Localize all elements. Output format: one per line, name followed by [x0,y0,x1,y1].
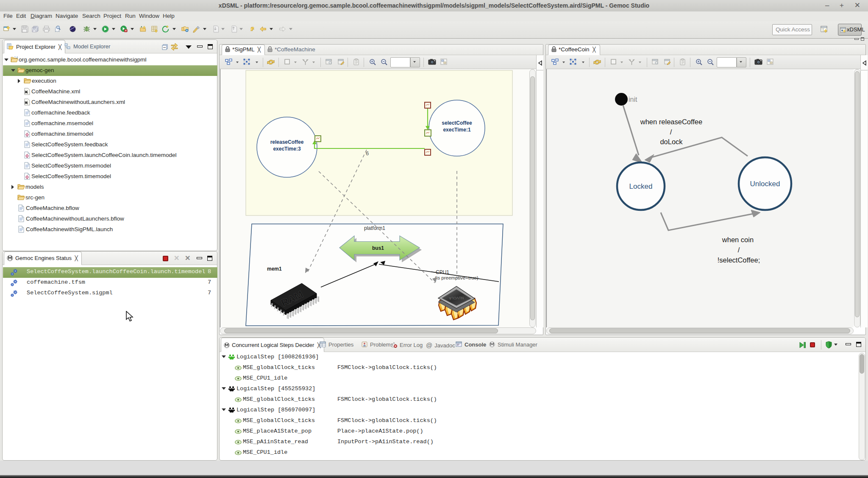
svg-text:NUVOLA: NUVOLA [449,296,464,300]
svg-text:doLock: doLock [660,138,683,145]
svg-text:mem1: mem1 [267,266,282,272]
svg-text:releaseCoffee: releaseCoffee [270,139,304,145]
svg-text:!selectCoffee;: !selectCoffee; [718,256,760,264]
svg-text:/: / [670,128,672,136]
svg-text:when releaseCoffee: when releaseCoffee [640,118,702,126]
svg-text:Locked: Locked [629,182,653,190]
svg-text:Unlocked: Unlocked [750,180,780,188]
svg-text:bus1: bus1 [372,245,384,251]
svg-text:init: init [629,96,637,103]
svg-text:selectCoffee: selectCoffee [442,120,472,126]
svg-text:/: / [738,246,740,254]
svg-text:platform1: platform1 [364,225,385,231]
svg-text:when coin: when coin [722,236,754,243]
svg-text:execTime:1: execTime:1 [443,127,470,133]
svg-text:execTime:3: execTime:3 [273,146,300,152]
